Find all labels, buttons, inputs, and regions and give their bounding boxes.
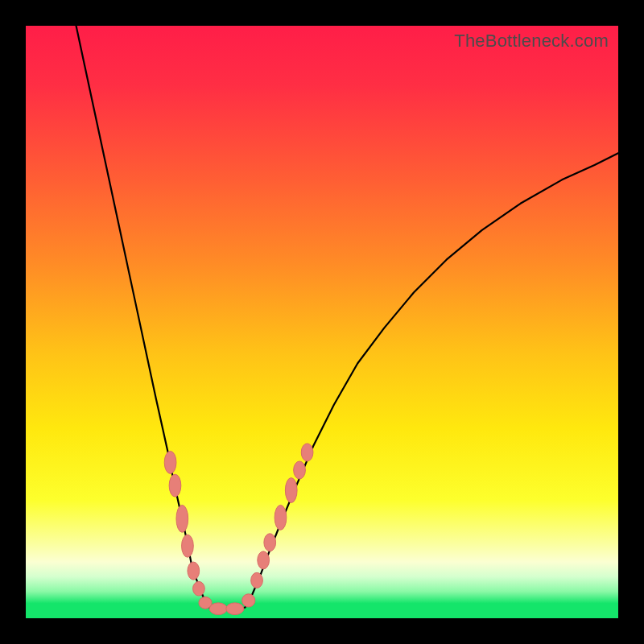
data-marker (285, 478, 297, 503)
data-marker (251, 572, 263, 588)
data-marker (169, 474, 181, 497)
bottleneck-curve (76, 26, 618, 609)
data-marker (294, 461, 306, 479)
chart-frame: TheBottleneck.com (0, 0, 644, 644)
data-marker (164, 451, 176, 473)
data-marker (193, 581, 205, 596)
plot-area: TheBottleneck.com (26, 26, 618, 618)
curve-layer (26, 26, 618, 618)
marker-group (164, 444, 313, 615)
data-marker (182, 535, 194, 557)
data-marker (258, 551, 270, 569)
data-marker (176, 505, 188, 532)
data-marker (264, 534, 276, 551)
data-marker (209, 603, 227, 615)
data-marker (188, 562, 200, 580)
data-marker (242, 594, 255, 607)
series-group (76, 26, 618, 609)
data-marker (275, 505, 287, 530)
data-marker (226, 603, 244, 615)
data-marker (301, 444, 313, 461)
